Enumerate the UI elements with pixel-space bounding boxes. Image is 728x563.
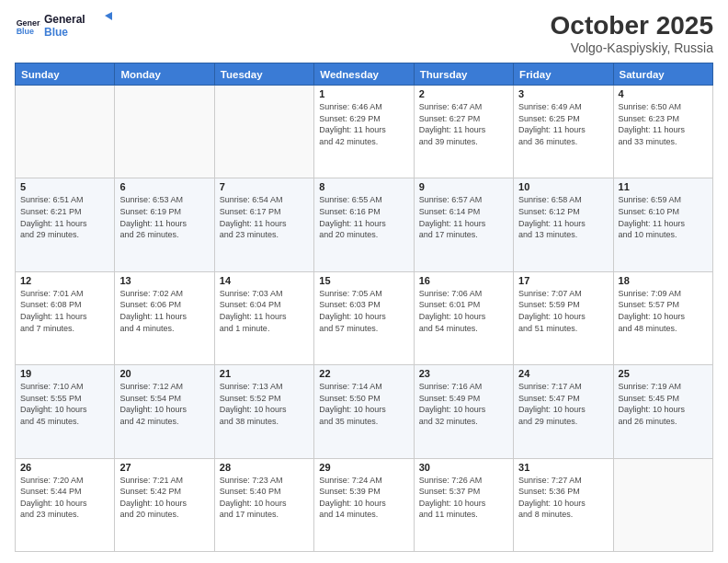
svg-marker-5 — [105, 12, 112, 20]
calendar-cell: 12Sunrise: 7:01 AM Sunset: 6:08 PM Dayli… — [16, 271, 115, 364]
day-number: 24 — [518, 368, 608, 379]
cell-info: Sunrise: 7:17 AM Sunset: 5:47 PM Dayligh… — [518, 381, 608, 427]
cell-info: Sunrise: 7:02 AM Sunset: 6:06 PM Dayligh… — [119, 288, 209, 334]
calendar-cell: 20Sunrise: 7:12 AM Sunset: 5:54 PM Dayli… — [115, 365, 214, 458]
calendar-cell: 15Sunrise: 7:05 AM Sunset: 6:03 PM Dayli… — [314, 271, 414, 364]
calendar-cell: 30Sunrise: 7:26 AM Sunset: 5:37 PM Dayli… — [414, 458, 513, 551]
day-number: 7 — [220, 181, 309, 192]
cell-info: Sunrise: 7:19 AM Sunset: 5:45 PM Dayligh… — [619, 381, 708, 427]
day-number: 6 — [119, 181, 209, 192]
day-number: 25 — [619, 368, 708, 379]
cell-info: Sunrise: 7:26 AM Sunset: 5:37 PM Dayligh… — [419, 475, 508, 521]
day-number: 28 — [220, 462, 309, 473]
svg-text:General: General — [44, 13, 85, 26]
weekday-header: Friday — [514, 63, 613, 86]
day-number: 21 — [220, 368, 309, 379]
calendar-cell: 9Sunrise: 6:57 AM Sunset: 6:14 PM Daylig… — [414, 178, 513, 271]
calendar-table: SundayMondayTuesdayWednesdayThursdayFrid… — [15, 63, 713, 552]
cell-info: Sunrise: 7:09 AM Sunset: 5:57 PM Dayligh… — [619, 288, 708, 334]
cell-info: Sunrise: 7:06 AM Sunset: 6:01 PM Dayligh… — [419, 288, 508, 334]
svg-text:Blue: Blue — [44, 26, 68, 39]
calendar-cell: 19Sunrise: 7:10 AM Sunset: 5:55 PM Dayli… — [16, 365, 115, 458]
calendar-cell: 8Sunrise: 6:55 AM Sunset: 6:16 PM Daylig… — [314, 178, 414, 271]
cell-info: Sunrise: 6:57 AM Sunset: 6:14 PM Dayligh… — [419, 194, 508, 240]
calendar-cell: 5Sunrise: 6:51 AM Sunset: 6:21 PM Daylig… — [16, 178, 115, 271]
calendar-cell: 7Sunrise: 6:54 AM Sunset: 6:17 PM Daylig… — [214, 178, 313, 271]
day-number: 26 — [20, 462, 109, 473]
day-number: 30 — [419, 462, 508, 473]
day-number: 13 — [119, 275, 209, 286]
month-title: October 2025 — [551, 11, 713, 40]
calendar-cell: 29Sunrise: 7:24 AM Sunset: 5:39 PM Dayli… — [314, 458, 414, 551]
cell-info: Sunrise: 7:01 AM Sunset: 6:08 PM Dayligh… — [20, 288, 109, 334]
day-number: 19 — [20, 368, 109, 379]
calendar-cell: 25Sunrise: 7:19 AM Sunset: 5:45 PM Dayli… — [613, 365, 712, 458]
calendar-cell: 14Sunrise: 7:03 AM Sunset: 6:04 PM Dayli… — [214, 271, 313, 364]
cell-info: Sunrise: 7:14 AM Sunset: 5:50 PM Dayligh… — [319, 381, 408, 427]
day-number: 3 — [518, 88, 608, 99]
calendar-cell: 16Sunrise: 7:06 AM Sunset: 6:01 PM Dayli… — [414, 271, 513, 364]
calendar-cell: 17Sunrise: 7:07 AM Sunset: 5:59 PM Dayli… — [514, 271, 613, 364]
cell-info: Sunrise: 7:03 AM Sunset: 6:04 PM Dayligh… — [220, 288, 309, 334]
day-number: 1 — [319, 88, 408, 99]
calendar-cell: 21Sunrise: 7:13 AM Sunset: 5:52 PM Dayli… — [214, 365, 313, 458]
day-number: 15 — [319, 275, 408, 286]
cell-info: Sunrise: 7:21 AM Sunset: 5:42 PM Dayligh… — [119, 475, 209, 521]
cell-info: Sunrise: 7:05 AM Sunset: 6:03 PM Dayligh… — [319, 288, 408, 334]
calendar-cell: 24Sunrise: 7:17 AM Sunset: 5:47 PM Dayli… — [514, 365, 613, 458]
day-number: 23 — [419, 368, 508, 379]
calendar-cell: 1Sunrise: 6:46 AM Sunset: 6:29 PM Daylig… — [314, 86, 414, 178]
cell-info: Sunrise: 7:27 AM Sunset: 5:36 PM Dayligh… — [518, 475, 608, 521]
calendar-cell — [613, 458, 712, 551]
day-number: 12 — [20, 275, 109, 286]
cell-info: Sunrise: 6:51 AM Sunset: 6:21 PM Dayligh… — [20, 194, 109, 240]
day-number: 14 — [220, 275, 309, 286]
cell-info: Sunrise: 7:13 AM Sunset: 5:52 PM Dayligh… — [220, 381, 309, 427]
day-number: 27 — [119, 462, 209, 473]
calendar-cell: 3Sunrise: 6:49 AM Sunset: 6:25 PM Daylig… — [514, 86, 613, 178]
calendar-week-row: 26Sunrise: 7:20 AM Sunset: 5:44 PM Dayli… — [16, 458, 713, 551]
day-number: 22 — [319, 368, 408, 379]
calendar-cell: 26Sunrise: 7:20 AM Sunset: 5:44 PM Dayli… — [16, 458, 115, 551]
day-number: 11 — [619, 181, 708, 192]
calendar-cell: 18Sunrise: 7:09 AM Sunset: 5:57 PM Dayli… — [613, 271, 712, 364]
calendar-cell — [115, 86, 214, 178]
cell-info: Sunrise: 7:20 AM Sunset: 5:44 PM Dayligh… — [20, 475, 109, 521]
calendar-cell: 10Sunrise: 6:58 AM Sunset: 6:12 PM Dayli… — [514, 178, 613, 271]
weekday-header: Saturday — [613, 63, 712, 86]
calendar-week-row: 19Sunrise: 7:10 AM Sunset: 5:55 PM Dayli… — [16, 365, 713, 458]
calendar-cell — [214, 86, 313, 178]
logo-svg: General Blue — [44, 11, 118, 39]
day-number: 16 — [419, 275, 508, 286]
day-number: 5 — [20, 181, 109, 192]
day-number: 8 — [319, 181, 408, 192]
cell-info: Sunrise: 7:16 AM Sunset: 5:49 PM Dayligh… — [419, 381, 508, 427]
weekday-header: Sunday — [16, 63, 115, 86]
cell-info: Sunrise: 6:47 AM Sunset: 6:27 PM Dayligh… — [419, 101, 508, 147]
day-number: 31 — [518, 462, 608, 473]
location: Volgo-Kaspiyskiy, Russia — [551, 40, 713, 55]
calendar-cell: 6Sunrise: 6:53 AM Sunset: 6:19 PM Daylig… — [115, 178, 214, 271]
calendar-cell: 4Sunrise: 6:50 AM Sunset: 6:23 PM Daylig… — [613, 86, 712, 178]
calendar-week-row: 1Sunrise: 6:46 AM Sunset: 6:29 PM Daylig… — [16, 86, 713, 178]
cell-info: Sunrise: 7:07 AM Sunset: 5:59 PM Dayligh… — [518, 288, 608, 334]
day-number: 29 — [319, 462, 408, 473]
cell-info: Sunrise: 7:10 AM Sunset: 5:55 PM Dayligh… — [20, 381, 109, 427]
calendar-cell: 31Sunrise: 7:27 AM Sunset: 5:36 PM Dayli… — [514, 458, 613, 551]
cell-info: Sunrise: 6:46 AM Sunset: 6:29 PM Dayligh… — [319, 101, 408, 147]
weekday-header: Monday — [115, 63, 214, 86]
cell-info: Sunrise: 6:54 AM Sunset: 6:17 PM Dayligh… — [220, 194, 309, 240]
weekday-header: Tuesday — [214, 63, 313, 86]
cell-info: Sunrise: 6:49 AM Sunset: 6:25 PM Dayligh… — [518, 101, 608, 147]
cell-info: Sunrise: 6:59 AM Sunset: 6:10 PM Dayligh… — [619, 194, 708, 240]
cell-info: Sunrise: 6:50 AM Sunset: 6:23 PM Dayligh… — [619, 101, 708, 147]
cell-info: Sunrise: 7:24 AM Sunset: 5:39 PM Dayligh… — [319, 475, 408, 521]
day-number: 18 — [619, 275, 708, 286]
calendar-cell: 13Sunrise: 7:02 AM Sunset: 6:06 PM Dayli… — [115, 271, 214, 364]
calendar-cell: 11Sunrise: 6:59 AM Sunset: 6:10 PM Dayli… — [613, 178, 712, 271]
cell-info: Sunrise: 7:12 AM Sunset: 5:54 PM Dayligh… — [119, 381, 209, 427]
calendar-week-row: 12Sunrise: 7:01 AM Sunset: 6:08 PM Dayli… — [16, 271, 713, 364]
page: General Blue General Blue October 2025 V… — [0, 0, 728, 563]
calendar-cell: 27Sunrise: 7:21 AM Sunset: 5:42 PM Dayli… — [115, 458, 214, 551]
svg-text:Blue: Blue — [17, 27, 34, 36]
